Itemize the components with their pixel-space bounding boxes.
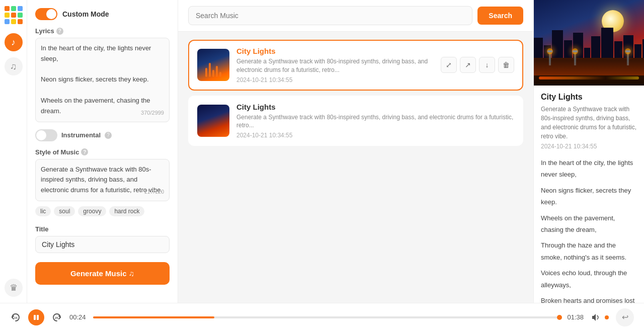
lyric-line-4: Through the haze and the smoke, nothing'… (541, 239, 637, 263)
track-title-2: City Lights (236, 103, 514, 111)
volume-section (591, 312, 609, 322)
track-card-2[interactable]: City Lights Generate a Synthwave track w… (188, 96, 523, 146)
lyrics-char-count: 370/2999 (141, 109, 164, 118)
svg-text:25: 25 (55, 316, 58, 319)
track-info-1: City Lights Generate a Synthwave track w… (236, 47, 434, 84)
app-logo (5, 6, 23, 24)
icon-bar: ♪ ♫ ♛ (0, 0, 27, 303)
lamp-glow-3 (625, 48, 631, 54)
vinyl-icon[interactable]: ♫ (5, 57, 23, 75)
track-date-1: 2024-10-21 10:34:55 (236, 76, 434, 84)
player-bar: 15 25 00:24 01:38 ↩ (0, 303, 644, 331)
title-input[interactable] (35, 236, 170, 253)
crown-icon[interactable]: ♛ (5, 279, 23, 297)
lamp-glow-1 (547, 48, 553, 54)
left-panel: Custom Mode Lyrics ? In the heart of the… (27, 0, 178, 303)
rewind-button[interactable]: 15 (10, 312, 21, 323)
right-track-date: 2024-10-21 10:34:55 (541, 143, 637, 150)
tag-lic[interactable]: lic (35, 206, 51, 216)
right-cover (534, 0, 644, 86)
lyrics-box[interactable]: In the heart of the city, the lights nev… (35, 38, 170, 122)
lyrics-label: Lyrics ? (35, 27, 170, 35)
pause-button[interactable] (28, 309, 44, 325)
right-panel: City Lights Generate a Synthwave track w… (533, 0, 644, 303)
lyrics-text: In the heart of the city, the lights nev… (41, 43, 164, 117)
volume-dot (605, 315, 609, 319)
center-panel: Search City Lights Generate a Synthwave … (178, 0, 533, 303)
current-time: 00:24 (69, 313, 86, 321)
tag-soul[interactable]: soul (54, 206, 75, 216)
expand-btn-1[interactable]: ⤢ (441, 57, 457, 73)
waveform-bars (205, 63, 221, 77)
tags-row: lic soul groovy hard rock (35, 204, 170, 218)
right-track-title: City Lights (541, 93, 637, 102)
share-btn-1[interactable]: ↗ (460, 57, 476, 73)
right-lyrics: In the heart of the city, the lights nev… (541, 157, 637, 303)
tag-groovy[interactable]: groovy (78, 206, 106, 216)
download-btn-1[interactable]: ↓ (479, 57, 495, 73)
svg-rect-1 (34, 315, 36, 320)
tracks-list: City Lights Generate a Synthwave track w… (178, 32, 533, 154)
generate-button[interactable]: Generate Music ♫ (35, 262, 170, 285)
toggle-knob (46, 9, 56, 19)
feedback-button[interactable]: ↩ (616, 308, 634, 326)
track-thumb-2 (197, 105, 229, 137)
lyric-line-1: In the heart of the city, the lights nev… (541, 157, 637, 181)
forward-button[interactable]: 25 (51, 312, 62, 323)
track-info-2: City Lights Generate a Synthwave track w… (236, 103, 514, 139)
track-desc-2: Generate a Synthwave track with 80s-insp… (236, 113, 514, 130)
style-char-count: 117/120 (144, 188, 164, 197)
instrumental-toggle-knob (36, 130, 46, 140)
progress-dot (557, 315, 562, 320)
delete-btn-1[interactable]: 🗑 (498, 57, 514, 73)
road-glow (534, 60, 644, 75)
total-time: 01:38 (567, 313, 584, 321)
track-thumb-1 (197, 49, 229, 81)
instrumental-label: Instrumental (61, 131, 101, 139)
track-date-2: 2024-10-21 10:34:55 (236, 132, 514, 139)
search-button[interactable]: Search (477, 7, 523, 25)
style-help-icon[interactable]: ? (81, 148, 88, 155)
progress-bar[interactable] (93, 316, 560, 318)
title-label: Title (35, 225, 170, 233)
lyric-line-3: Wheels on the pavement, chasing the drea… (541, 212, 637, 236)
progress-fill (93, 316, 215, 318)
track-title-1: City Lights (236, 47, 434, 55)
custom-mode-label: Custom Mode (62, 10, 109, 18)
right-track-desc: Generate a Synthwave track with 80s-insp… (541, 105, 637, 141)
track-card-1[interactable]: City Lights Generate a Synthwave track w… (188, 40, 523, 91)
instrumental-row: Instrumental ? (35, 129, 170, 141)
lyrics-help-icon[interactable]: ? (56, 28, 63, 35)
style-music-box[interactable]: Generate a Synthwave track with 80s-insp… (35, 159, 170, 201)
lyric-line-5: Voices echo loud, through the alleyways, (541, 267, 637, 291)
search-bar-row: Search (178, 0, 533, 32)
lyric-line-2: Neon signs flicker, secrets they keep. (541, 185, 637, 208)
lyric-line-6: Broken hearts and promises lost in the (541, 295, 637, 303)
music-icon[interactable]: ♪ (5, 33, 23, 51)
right-info: City Lights Generate a Synthwave track w… (534, 86, 644, 303)
player-controls: 15 25 (10, 309, 62, 325)
car-lights (539, 76, 639, 79)
lamp-glow-2 (572, 48, 578, 54)
search-input[interactable] (188, 6, 472, 25)
tag-hard-rock[interactable]: hard rock (109, 206, 144, 216)
track-actions-1: ⤢ ↗ ↓ 🗑 (441, 57, 514, 73)
track-desc-1: Generate a Synthwave track with 80s-insp… (236, 57, 434, 74)
custom-mode-row: Custom Mode (35, 8, 170, 20)
style-music-label: Style of Music ? (35, 148, 170, 156)
instrumental-help-icon[interactable]: ? (105, 132, 112, 139)
svg-text:15: 15 (14, 316, 18, 319)
svg-rect-2 (37, 315, 39, 320)
custom-mode-toggle[interactable] (35, 8, 57, 20)
volume-icon[interactable] (591, 312, 601, 322)
instrumental-toggle[interactable] (35, 129, 57, 141)
